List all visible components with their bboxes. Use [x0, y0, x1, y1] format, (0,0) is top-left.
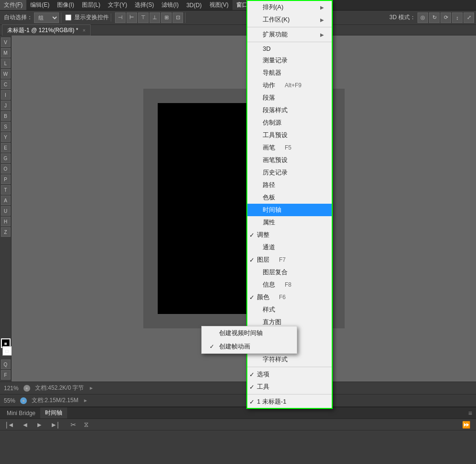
ctrl-cut[interactable]: ✂	[69, 421, 78, 429]
menu-item-1 未标题-1[interactable]: ✓1 未标题-1	[247, 395, 332, 408]
tool-text[interactable]: T	[1, 185, 11, 195]
menu-item-色板[interactable]: 色板	[247, 191, 332, 204]
menu-item-选项[interactable]: ✓选项	[247, 368, 332, 381]
menu-item-时间轴[interactable]: 时间轴	[247, 204, 332, 216]
3d-btn3[interactable]: ⟳	[441, 12, 451, 23]
menu-bar: 文件(F) 编辑(E) 图像(I) 图层(L) 文字(Y) 选择(S) 滤镜(I…	[0, 0, 476, 11]
menu-view[interactable]: 视图(V)	[206, 0, 232, 10]
menu-label: 色板	[263, 193, 275, 202]
menu-item-导航器[interactable]: 导航器	[247, 67, 332, 79]
check-mark: ✓	[249, 383, 257, 391]
tool-stamp[interactable]: S	[1, 122, 11, 131]
autoselect-dropdown[interactable]: 组 图层	[34, 12, 59, 23]
document-tab[interactable]: 未标题-1 @ 121%(RGB/8) * ×	[2, 24, 91, 36]
tool-crop[interactable]: C	[1, 80, 11, 89]
3d-btn2[interactable]: ↻	[429, 12, 440, 23]
tool-move[interactable]: V	[1, 37, 11, 47]
menu-item-排列(A)[interactable]: 排列(A)▶	[247, 1, 332, 13]
tool-zoom[interactable]: Z	[1, 227, 11, 237]
menu-item-工具预设[interactable]: 工具预设	[247, 129, 332, 141]
menu-item-图层[interactable]: ✓图层F7	[247, 254, 332, 266]
menu-item-工具[interactable]: ✓工具	[247, 381, 332, 393]
menu-item-信息[interactable]: 信息F8	[247, 278, 332, 291]
menu-item-段落[interactable]: 段落	[247, 92, 332, 104]
menu-item-动作[interactable]: 动作Alt+F9	[247, 79, 332, 92]
show-transform-checkbox[interactable]	[65, 14, 71, 21]
tool-hand[interactable]: H	[1, 217, 11, 226]
3d-btn5[interactable]: ⤢	[464, 12, 474, 23]
bottom-panel-menu-icon[interactable]: ≡	[466, 409, 474, 417]
tool-magic[interactable]: W	[1, 69, 11, 79]
menu-item-3D[interactable]: 3D	[247, 43, 332, 54]
tab-timeline[interactable]: 时间轴	[40, 407, 67, 418]
menu-item-画笔[interactable]: 画笔F5	[247, 141, 332, 154]
ctrl-time-right[interactable]: ⏩	[460, 421, 472, 429]
toolbar-group-autoselect: 自动选择： 组 图层	[2, 12, 61, 23]
tool-eraser[interactable]: E	[1, 143, 11, 152]
align-top-btn[interactable]: ⊥	[150, 12, 160, 23]
tool-brush[interactable]: B	[1, 111, 11, 121]
menu-label: 段落样式	[263, 106, 288, 115]
menu-text[interactable]: 文字(Y)	[104, 0, 131, 10]
menu-item-通道[interactable]: 通道	[247, 241, 332, 254]
3d-btn1[interactable]: ◎	[418, 12, 428, 23]
tool-shape[interactable]: U	[1, 206, 11, 216]
ctrl-prev[interactable]: ◄	[20, 421, 31, 429]
menu-item-图层复合[interactable]: 图层复合	[247, 266, 332, 278]
align-right-btn[interactable]: ⊤	[138, 12, 149, 23]
align-left-btn[interactable]: ⊣	[115, 12, 126, 23]
sub-check: ✓	[209, 343, 216, 350]
tool-gradient[interactable]: G	[1, 153, 11, 163]
menu-edit[interactable]: 编辑(E)	[26, 0, 53, 10]
tool-history[interactable]: Y	[1, 132, 11, 142]
tool-screen[interactable]: F	[1, 370, 11, 380]
tool-lasso[interactable]: L	[1, 58, 11, 68]
menu-item-仿制源[interactable]: 仿制源	[247, 116, 332, 129]
menu-item-段落样式[interactable]: 段落样式	[247, 104, 332, 116]
menu-3d[interactable]: 3D(D)	[183, 1, 206, 10]
menu-item-路径[interactable]: 路径	[247, 179, 332, 191]
menu-label: 导航器	[263, 69, 281, 77]
menu-item-画笔预设[interactable]: 画笔预设	[247, 154, 332, 166]
menu-item-调整[interactable]: ✓调整	[247, 229, 332, 241]
menu-item-工作区(K)[interactable]: 工作区(K)▶	[247, 13, 332, 26]
menu-label: 工具	[257, 383, 269, 391]
menu-select[interactable]: 选择(S)	[131, 0, 158, 10]
tool-select[interactable]: M	[1, 48, 11, 58]
tool-eyedrop[interactable]: I	[1, 90, 11, 100]
ctrl-play[interactable]: ►	[34, 421, 45, 429]
ctrl-prev-start[interactable]: |◄	[4, 421, 16, 429]
tab-close-btn[interactable]: ×	[83, 28, 86, 33]
menu-item-历史记录[interactable]: 历史记录	[247, 166, 332, 179]
menu-image[interactable]: 图像(I)	[53, 0, 78, 10]
menu-layer[interactable]: 图层(L)	[78, 0, 104, 10]
autoselect-label: 自动选择：	[4, 13, 33, 22]
menu-label: 扩展功能	[263, 30, 288, 39]
align-center-btn[interactable]: ⊢	[127, 12, 137, 23]
tool-mask[interactable]: Q	[1, 360, 11, 369]
sub-menu-item-0[interactable]: 创建视频时间轴	[202, 326, 297, 340]
tool-heal[interactable]: J	[1, 101, 11, 110]
menu-label: 样式	[263, 305, 275, 314]
menu-item-属性[interactable]: 属性	[247, 216, 332, 229]
menu-item-字符样式[interactable]: 字符样式	[247, 353, 332, 366]
menu-item-样式[interactable]: 样式	[247, 303, 332, 316]
menu-file[interactable]: 文件(F)	[0, 0, 26, 10]
tool-path[interactable]: A	[1, 196, 11, 205]
ctrl-next[interactable]: ►|	[48, 421, 61, 429]
ctrl-transition[interactable]: ⧖	[82, 420, 91, 429]
sub-menu-item-1[interactable]: ✓ 创建帧动画	[202, 340, 297, 353]
color-bg[interactable]: □	[2, 346, 12, 356]
status-arrow-2[interactable]: ►	[83, 398, 88, 403]
align-bottom-btn[interactable]: ⊡	[173, 12, 183, 23]
menu-item-扩展功能[interactable]: 扩展功能▶	[247, 28, 332, 41]
tool-dodge[interactable]: O	[1, 164, 11, 174]
align-vmid-btn[interactable]: ⊞	[161, 12, 172, 23]
tool-pen[interactable]: P	[1, 174, 11, 184]
tab-mini-bridge[interactable]: Mini Bridge	[2, 408, 40, 418]
menu-item-颜色[interactable]: ✓颜色F6	[247, 291, 332, 303]
status-arrow[interactable]: ►	[89, 385, 93, 391]
menu-item-测量记录[interactable]: 测量记录	[247, 54, 332, 67]
menu-filter[interactable]: 滤镜(I)	[158, 0, 182, 10]
3d-btn4[interactable]: ↕	[452, 12, 463, 23]
